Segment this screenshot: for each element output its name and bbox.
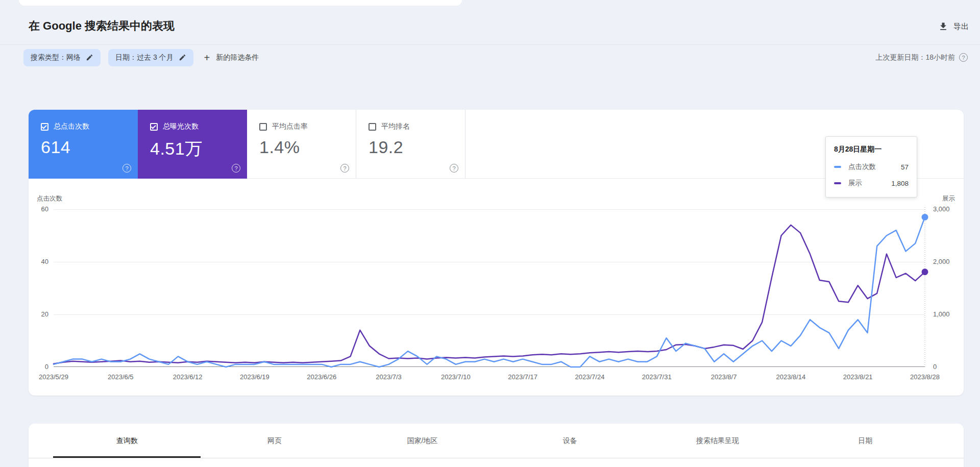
axis-tick: 40 <box>29 258 48 266</box>
header-divider <box>0 44 980 45</box>
metric-tile-total-impressions[interactable]: 总曝光次数 4.51万 ? <box>138 110 247 179</box>
axis-tick: 2023/8/21 <box>843 373 873 381</box>
axis-tick: 2023/5/29 <box>39 373 68 381</box>
help-icon[interactable]: ? <box>232 164 240 173</box>
download-icon <box>938 21 948 32</box>
axis-tick: 1,000 <box>933 310 964 318</box>
axis-tick: 2,000 <box>933 258 964 266</box>
tooltip-row-clicks: 点击次数 57 <box>834 162 909 171</box>
filter-chip-label: 搜索类型：网络 <box>31 53 81 62</box>
axis-tick: 2023/6/5 <box>108 373 134 381</box>
checkbox-icon[interactable] <box>369 123 376 131</box>
axis-tick: 2023/7/31 <box>642 373 672 381</box>
metric-value: 1.4% <box>259 137 356 157</box>
checkbox-icon[interactable] <box>259 123 267 131</box>
tab-dates[interactable]: 日期 <box>792 424 939 458</box>
filter-chip-date-range[interactable]: 日期：过去 3 个月 <box>108 49 193 66</box>
metric-label: 总点击次数 <box>54 122 89 131</box>
axis-tick: 2023/7/10 <box>441 373 471 381</box>
help-icon[interactable]: ? <box>959 53 968 62</box>
axis-tick: 2023/8/28 <box>910 373 940 381</box>
tooltip-row-impressions: 展示 1,808 <box>834 179 909 188</box>
tooltip-date: 8月28日星期一 <box>834 145 909 154</box>
axis-tick: 2023/6/26 <box>307 373 336 381</box>
help-icon[interactable]: ? <box>340 164 349 173</box>
top-search-bar-remnant <box>19 0 462 6</box>
edit-pencil-icon <box>179 54 186 61</box>
axis-tick: 2023/7/3 <box>376 373 402 381</box>
add-filter-button[interactable]: + 新的筛选条件 <box>204 53 259 63</box>
impressions-series-swatch <box>834 182 841 184</box>
axis-tick: 20 <box>29 310 48 318</box>
checkbox-icon[interactable] <box>41 123 48 131</box>
metric-value: 614 <box>41 137 138 157</box>
performance-card: 总点击次数 614 ? 总曝光次数 4.51万 ? 平均点击率 1.4% ? 平… <box>29 110 964 396</box>
axis-tick: 2023/8/14 <box>776 373 805 381</box>
dimension-tabs-card: 查询数 网页 国家/地区 设备 搜索结果呈现 日期 <box>29 424 964 467</box>
edit-pencil-icon <box>86 54 93 61</box>
metric-label: 总曝光次数 <box>163 122 199 131</box>
plus-icon: + <box>204 53 210 63</box>
last-updated-text: 上次更新日期：18小时前 <box>875 53 955 62</box>
axis-tick: 2023/7/17 <box>508 373 537 381</box>
filter-chip-label: 日期：过去 3 个月 <box>115 53 174 62</box>
metric-label: 平均点击率 <box>272 122 308 131</box>
help-icon[interactable]: ? <box>122 164 131 173</box>
tab-search-appearance[interactable]: 搜索结果呈现 <box>644 424 791 458</box>
performance-line-chart[interactable] <box>54 209 925 367</box>
axis-tick: 0 <box>933 363 964 371</box>
tooltip-label: 点击次数 <box>848 162 876 171</box>
help-icon[interactable]: ? <box>450 164 458 173</box>
axis-tick: 3,000 <box>933 205 964 213</box>
axis-tick: 60 <box>29 205 48 213</box>
metric-tiles-row: 总点击次数 614 ? 总曝光次数 4.51万 ? 平均点击率 1.4% ? 平… <box>29 110 964 179</box>
export-label: 导出 <box>953 22 969 32</box>
metric-value: 4.51万 <box>150 137 247 161</box>
metric-tile-total-clicks[interactable]: 总点击次数 614 ? <box>29 110 138 179</box>
last-updated: 上次更新日期：18小时前 ? <box>875 48 968 66</box>
page-title: 在 Google 搜索结果中的表现 <box>29 18 175 34</box>
metric-tile-average-position[interactable]: 平均排名 19.2 ? <box>356 110 465 179</box>
clicks-series-swatch <box>834 166 841 168</box>
add-filter-label: 新的筛选条件 <box>216 53 259 62</box>
filter-chip-search-type[interactable]: 搜索类型：网络 <box>23 49 101 66</box>
tab-devices[interactable]: 设备 <box>496 424 644 458</box>
metric-value: 19.2 <box>369 137 465 157</box>
axis-tick: 2023/8/7 <box>711 373 737 381</box>
metric-tile-average-ctr[interactable]: 平均点击率 1.4% ? <box>247 110 356 179</box>
dimension-tabs: 查询数 网页 国家/地区 设备 搜索结果呈现 日期 <box>29 424 964 458</box>
metric-label: 平均排名 <box>381 122 410 131</box>
tab-pages[interactable]: 网页 <box>201 424 348 458</box>
tooltip-label: 展示 <box>848 179 862 188</box>
chart-tooltip: 8月28日星期一 点击次数 57 展示 1,808 <box>825 136 917 198</box>
axis-tick: 2023/6/19 <box>240 373 270 381</box>
axis-tick: 0 <box>29 363 48 371</box>
export-button[interactable]: 导出 <box>938 21 969 32</box>
tab-queries[interactable]: 查询数 <box>53 424 201 458</box>
tooltip-value: 57 <box>901 163 909 171</box>
axis-tick: 2023/7/24 <box>575 373 605 381</box>
y-axis-right-label: 展示 <box>942 194 955 203</box>
tab-countries[interactable]: 国家/地区 <box>349 424 496 458</box>
tooltip-value: 1,808 <box>891 180 909 187</box>
filter-bar: 搜索类型：网络 日期：过去 3 个月 + 新的筛选条件 <box>23 48 259 66</box>
y-axis-left-label: 点击次数 <box>37 194 62 203</box>
axis-tick: 2023/6/12 <box>173 373 203 381</box>
checkbox-icon[interactable] <box>150 123 158 131</box>
